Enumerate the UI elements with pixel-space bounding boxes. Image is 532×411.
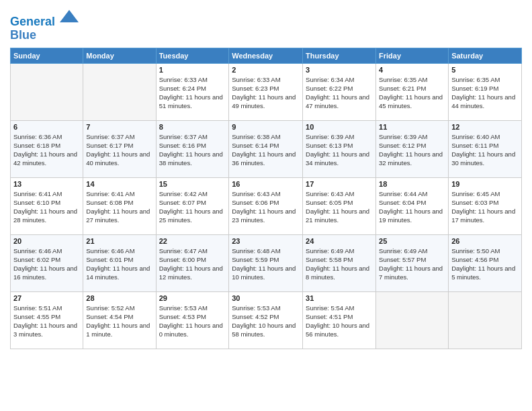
- day-cell: 16Sunrise: 6:43 AM Sunset: 6:06 PM Dayli…: [229, 177, 303, 234]
- day-number: 18: [379, 180, 445, 188]
- day-info: Sunrise: 6:38 AM Sunset: 6:14 PM Dayligh…: [232, 132, 300, 168]
- day-info: Sunrise: 5:53 AM Sunset: 4:52 PM Dayligh…: [232, 304, 300, 339]
- day-number: 19: [451, 180, 519, 188]
- day-number: 21: [86, 237, 152, 245]
- day-number: 10: [306, 123, 373, 131]
- day-info: Sunrise: 6:34 AM Sunset: 6:22 PM Dayligh…: [306, 75, 373, 111]
- day-cell: 30Sunrise: 5:53 AM Sunset: 4:52 PM Dayli…: [229, 291, 303, 349]
- day-cell: 5Sunrise: 6:35 AM Sunset: 6:19 PM Daylig…: [449, 63, 522, 120]
- day-number: 2: [232, 66, 300, 74]
- weekday-header-sunday: Sunday: [11, 48, 83, 63]
- day-info: Sunrise: 6:35 AM Sunset: 6:21 PM Dayligh…: [379, 75, 445, 111]
- day-info: Sunrise: 6:39 AM Sunset: 6:13 PM Dayligh…: [306, 132, 373, 168]
- day-number: 20: [13, 237, 80, 245]
- day-cell: 15Sunrise: 6:42 AM Sunset: 6:07 PM Dayli…: [156, 177, 229, 234]
- day-info: Sunrise: 6:48 AM Sunset: 5:59 PM Dayligh…: [232, 246, 300, 282]
- day-number: 6: [13, 123, 80, 131]
- day-number: 7: [86, 123, 152, 131]
- day-cell: 11Sunrise: 6:39 AM Sunset: 6:12 PM Dayli…: [376, 120, 449, 177]
- day-number: 24: [306, 237, 373, 245]
- day-info: Sunrise: 6:49 AM Sunset: 5:57 PM Dayligh…: [379, 246, 445, 282]
- day-number: 8: [159, 123, 226, 131]
- day-cell: 14Sunrise: 6:41 AM Sunset: 6:08 PM Dayli…: [83, 177, 156, 234]
- day-cell: 20Sunrise: 6:46 AM Sunset: 6:02 PM Dayli…: [11, 234, 83, 291]
- day-info: Sunrise: 6:43 AM Sunset: 6:06 PM Dayligh…: [232, 189, 300, 225]
- logo-blue: Blue: [10, 28, 36, 42]
- day-cell: 4Sunrise: 6:35 AM Sunset: 6:21 PM Daylig…: [376, 63, 449, 120]
- day-info: Sunrise: 6:46 AM Sunset: 6:01 PM Dayligh…: [86, 246, 152, 282]
- logo-text: General Blue: [10, 7, 79, 42]
- day-number: 13: [13, 180, 80, 188]
- day-cell: 24Sunrise: 6:49 AM Sunset: 5:58 PM Dayli…: [303, 234, 376, 291]
- header: General Blue: [10, 7, 522, 42]
- day-number: 26: [451, 237, 519, 245]
- day-cell: 1Sunrise: 6:33 AM Sunset: 6:24 PM Daylig…: [156, 63, 229, 120]
- day-info: Sunrise: 6:49 AM Sunset: 5:58 PM Dayligh…: [306, 246, 373, 282]
- day-number: 9: [232, 123, 300, 131]
- day-cell: 22Sunrise: 6:47 AM Sunset: 6:00 PM Dayli…: [156, 234, 229, 291]
- day-cell: 26Sunrise: 5:50 AM Sunset: 4:56 PM Dayli…: [449, 234, 522, 291]
- day-info: Sunrise: 6:35 AM Sunset: 6:19 PM Dayligh…: [451, 75, 519, 111]
- logo: General Blue: [10, 7, 79, 42]
- day-cell: 9Sunrise: 6:38 AM Sunset: 6:14 PM Daylig…: [229, 120, 303, 177]
- page: General Blue SundayMondayTuesdayWednesda…: [0, 0, 532, 411]
- day-number: 31: [306, 294, 373, 302]
- day-number: 11: [379, 123, 445, 131]
- day-number: 29: [159, 294, 226, 302]
- day-cell: 10Sunrise: 6:39 AM Sunset: 6:13 PM Dayli…: [303, 120, 376, 177]
- day-info: Sunrise: 6:43 AM Sunset: 6:05 PM Dayligh…: [306, 189, 373, 225]
- day-cell: 12Sunrise: 6:40 AM Sunset: 6:11 PM Dayli…: [449, 120, 522, 177]
- day-info: Sunrise: 6:40 AM Sunset: 6:11 PM Dayligh…: [451, 132, 519, 168]
- day-number: 16: [232, 180, 300, 188]
- day-cell: [376, 291, 449, 349]
- day-number: 3: [306, 66, 373, 74]
- day-cell: 7Sunrise: 6:37 AM Sunset: 6:17 PM Daylig…: [83, 120, 156, 177]
- day-cell: [83, 63, 156, 120]
- day-number: 22: [159, 237, 226, 245]
- week-row-2: 6Sunrise: 6:36 AM Sunset: 6:18 PM Daylig…: [11, 120, 522, 177]
- day-cell: 18Sunrise: 6:44 AM Sunset: 6:04 PM Dayli…: [376, 177, 449, 234]
- weekday-header-monday: Monday: [83, 48, 156, 63]
- day-info: Sunrise: 6:36 AM Sunset: 6:18 PM Dayligh…: [13, 132, 80, 168]
- day-cell: 27Sunrise: 5:51 AM Sunset: 4:55 PM Dayli…: [11, 291, 83, 349]
- day-cell: 2Sunrise: 6:33 AM Sunset: 6:23 PM Daylig…: [229, 63, 303, 120]
- calendar-table: SundayMondayTuesdayWednesdayThursdayFrid…: [10, 48, 522, 349]
- weekday-header-wednesday: Wednesday: [229, 48, 303, 63]
- day-cell: 17Sunrise: 6:43 AM Sunset: 6:05 PM Dayli…: [303, 177, 376, 234]
- day-info: Sunrise: 5:51 AM Sunset: 4:55 PM Dayligh…: [13, 304, 80, 339]
- day-cell: 29Sunrise: 5:53 AM Sunset: 4:53 PM Dayli…: [156, 291, 229, 349]
- weekday-header-thursday: Thursday: [303, 48, 376, 63]
- day-info: Sunrise: 6:33 AM Sunset: 6:23 PM Dayligh…: [232, 75, 300, 111]
- day-cell: 25Sunrise: 6:49 AM Sunset: 5:57 PM Dayli…: [376, 234, 449, 291]
- svg-marker-0: [60, 10, 79, 23]
- logo-general: General: [10, 15, 55, 28]
- day-number: 14: [86, 180, 152, 188]
- day-number: 23: [232, 237, 300, 245]
- day-number: 30: [232, 294, 300, 302]
- day-number: 25: [379, 237, 445, 245]
- week-row-3: 13Sunrise: 6:41 AM Sunset: 6:10 PM Dayli…: [11, 177, 522, 234]
- day-info: Sunrise: 6:41 AM Sunset: 6:08 PM Dayligh…: [86, 189, 152, 225]
- day-info: Sunrise: 6:33 AM Sunset: 6:24 PM Dayligh…: [159, 75, 226, 111]
- day-info: Sunrise: 6:37 AM Sunset: 6:17 PM Dayligh…: [86, 132, 152, 168]
- day-number: 27: [13, 294, 80, 302]
- day-cell: 13Sunrise: 6:41 AM Sunset: 6:10 PM Dayli…: [11, 177, 83, 234]
- day-number: 5: [451, 66, 519, 74]
- day-number: 12: [451, 123, 519, 131]
- weekday-header-row: SundayMondayTuesdayWednesdayThursdayFrid…: [11, 48, 522, 63]
- day-info: Sunrise: 5:54 AM Sunset: 4:51 PM Dayligh…: [306, 304, 373, 339]
- logo-icon: [60, 7, 79, 26]
- weekday-header-friday: Friday: [376, 48, 449, 63]
- weekday-header-tuesday: Tuesday: [156, 48, 229, 63]
- day-cell: 21Sunrise: 6:46 AM Sunset: 6:01 PM Dayli…: [83, 234, 156, 291]
- day-info: Sunrise: 6:42 AM Sunset: 6:07 PM Dayligh…: [159, 189, 226, 225]
- day-info: Sunrise: 6:37 AM Sunset: 6:16 PM Dayligh…: [159, 132, 226, 168]
- day-cell: 28Sunrise: 5:52 AM Sunset: 4:54 PM Dayli…: [83, 291, 156, 349]
- day-number: 28: [86, 294, 152, 302]
- weekday-header-saturday: Saturday: [449, 48, 522, 63]
- day-info: Sunrise: 6:44 AM Sunset: 6:04 PM Dayligh…: [379, 189, 445, 225]
- day-info: Sunrise: 5:52 AM Sunset: 4:54 PM Dayligh…: [86, 304, 152, 339]
- day-cell: 6Sunrise: 6:36 AM Sunset: 6:18 PM Daylig…: [11, 120, 83, 177]
- day-cell: 31Sunrise: 5:54 AM Sunset: 4:51 PM Dayli…: [303, 291, 376, 349]
- day-info: Sunrise: 5:53 AM Sunset: 4:53 PM Dayligh…: [159, 304, 226, 339]
